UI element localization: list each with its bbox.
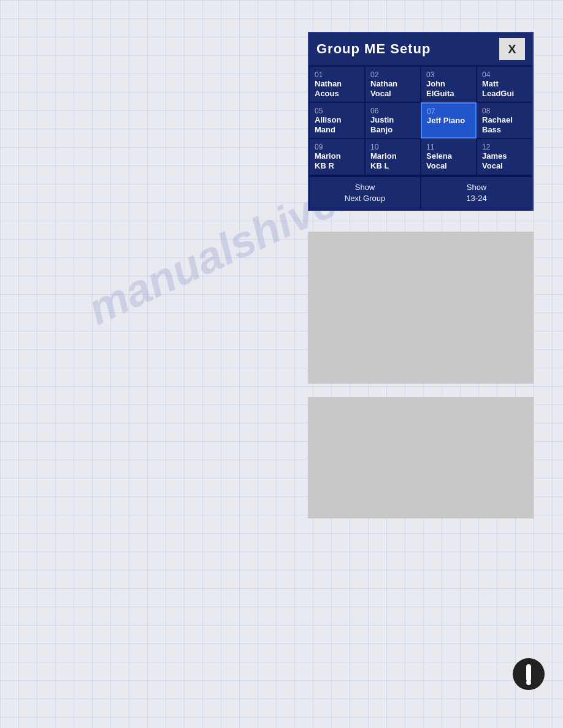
cell-04[interactable]: 04 MattLeadGui (477, 66, 532, 102)
cell-11-num: 11 (426, 143, 471, 151)
cell-07-name: Jeff Piano (427, 116, 470, 126)
cell-02-name: NathanVocal (370, 79, 415, 98)
cell-05[interactable]: 05 AllisonMand (309, 102, 365, 138)
image-placeholder-1 (308, 232, 534, 384)
cell-07[interactable]: 07 Jeff Piano (421, 102, 477, 138)
show-13-24-button[interactable]: Show13-24 (421, 176, 532, 210)
cell-02-num: 02 (370, 70, 415, 79)
cell-08-name: RachaelBass (482, 115, 527, 134)
group-me-setup-dialog: Group ME Setup X 01 NathanAcous 02 Natha… (308, 32, 534, 211)
cell-04-name: MattLeadGui (482, 79, 527, 98)
show-next-group-button[interactable]: ShowNext Group (309, 176, 421, 210)
cell-12[interactable]: 12 JamesVocal (477, 138, 532, 175)
cell-05-name: AllisonMand (315, 115, 359, 134)
cell-03[interactable]: 03 JohnElGuita (421, 66, 477, 102)
cell-10-num: 10 (370, 143, 415, 151)
cell-08-num: 08 (482, 107, 527, 115)
cell-11-name: SelenaVocal (426, 151, 471, 170)
cell-03-num: 03 (426, 70, 471, 79)
cell-04-num: 04 (482, 70, 527, 79)
cell-11[interactable]: 11 SelenaVocal (421, 138, 477, 175)
channel-grid: 01 NathanAcous 02 NathanVocal 03 JohnElG… (309, 65, 532, 175)
cell-06-name: JustinBanjo (370, 115, 415, 134)
info-button[interactable] (513, 658, 545, 690)
cell-02[interactable]: 02 NathanVocal (365, 66, 421, 102)
cell-05-num: 05 (315, 107, 359, 115)
cell-01-name: NathanAcous (315, 79, 359, 98)
cell-01-num: 01 (315, 70, 359, 79)
image-placeholder-2 (308, 397, 534, 518)
cell-09-num: 09 (315, 143, 359, 151)
cell-12-name: JamesVocal (482, 151, 527, 170)
dialog-header: Group ME Setup X (309, 33, 532, 65)
dialog-title: Group ME Setup (316, 41, 431, 57)
cell-09-name: MarionKB R (315, 151, 359, 170)
cell-07-num: 07 (427, 107, 470, 116)
cell-12-num: 12 (482, 143, 527, 151)
cell-10-name: MarionKB L (370, 151, 415, 170)
dialog-footer: ShowNext Group Show13-24 (309, 175, 532, 210)
cell-10[interactable]: 10 MarionKB L (365, 138, 421, 175)
cell-01[interactable]: 01 NathanAcous (309, 66, 365, 102)
close-button[interactable]: X (499, 38, 525, 60)
cell-09[interactable]: 09 MarionKB R (309, 138, 365, 175)
cell-08[interactable]: 08 RachaelBass (477, 102, 532, 138)
cell-06-num: 06 (370, 107, 415, 115)
cell-03-name: JohnElGuita (426, 79, 471, 98)
cell-06[interactable]: 06 JustinBanjo (365, 102, 421, 138)
